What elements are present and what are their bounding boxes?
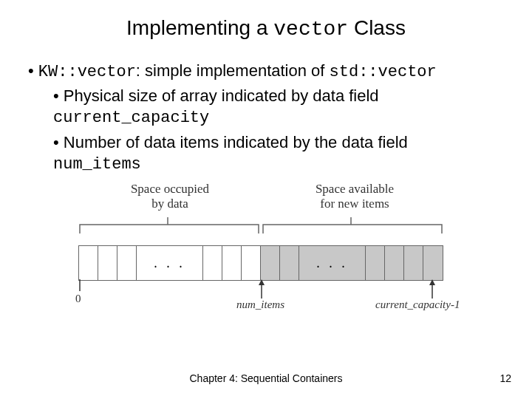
sub1-text: Physical size of array indicated by data… (64, 86, 379, 105)
title-post: Class (348, 16, 406, 39)
array-cell-empty (280, 246, 299, 280)
array-cell (117, 246, 137, 280)
sub2-code: num_items (53, 155, 141, 174)
right-brace-label: Space available for new items (281, 182, 429, 211)
array-cell-empty (366, 246, 385, 280)
footer-page-number: 12 (499, 372, 511, 384)
sub1-code: current_capacity (53, 109, 209, 127)
title-pre: Implementing a (126, 16, 273, 39)
array-cell-empty (385, 246, 404, 280)
vector-diagram: Space occupied by data Space available f… (59, 182, 473, 330)
sub2-text: Number of data items indicated by the da… (64, 133, 408, 151)
array-illustration: . . . . . . (78, 245, 443, 281)
sub-bullet-1: Physical size of array indicated by data… (53, 86, 504, 128)
bullet-top-mid: : simple implementation of (136, 61, 330, 80)
array-cell (203, 246, 222, 280)
sub-bullet-2: Number of data items indicated by the da… (53, 132, 504, 174)
array-cell (242, 246, 261, 280)
footer-chapter: Chapter 4: Sequential Containers (0, 372, 532, 384)
left-brace-label: Space occupied by data (103, 182, 236, 211)
title-code: vector (273, 18, 348, 41)
slide: Implementing a vector Class KW::vector: … (0, 0, 532, 399)
sub-bullet-list: Physical size of array indicated by data… (53, 86, 504, 174)
left-label-l2: by data (151, 197, 188, 211)
left-label-l1: Space occupied (131, 182, 209, 196)
array-cell (222, 246, 242, 280)
slide-title: Implementing a vector Class (0, 0, 532, 41)
bullet-top: KW::vector: simple implementation of std… (28, 61, 504, 174)
array-dots-occupied: . . . (137, 246, 203, 280)
bullet-top-code2: std::vector (330, 63, 437, 81)
array-cell-empty (404, 246, 423, 280)
array-cell-empty (261, 246, 280, 280)
capacity-label: current_capacity-1 (375, 299, 460, 311)
bullet-top-code1: KW::vector (38, 63, 136, 81)
array-dots-available: . . . (299, 246, 366, 280)
bullet-list: KW::vector: simple implementation of std… (28, 61, 504, 174)
array-cell (79, 246, 98, 280)
array-cell-empty (423, 246, 443, 280)
zero-label: 0 (75, 293, 81, 305)
right-label-l2: for new items (320, 197, 389, 211)
array-cell (98, 246, 117, 280)
right-label-l1: Space available (316, 182, 394, 196)
num-items-label: num_items (236, 299, 284, 311)
